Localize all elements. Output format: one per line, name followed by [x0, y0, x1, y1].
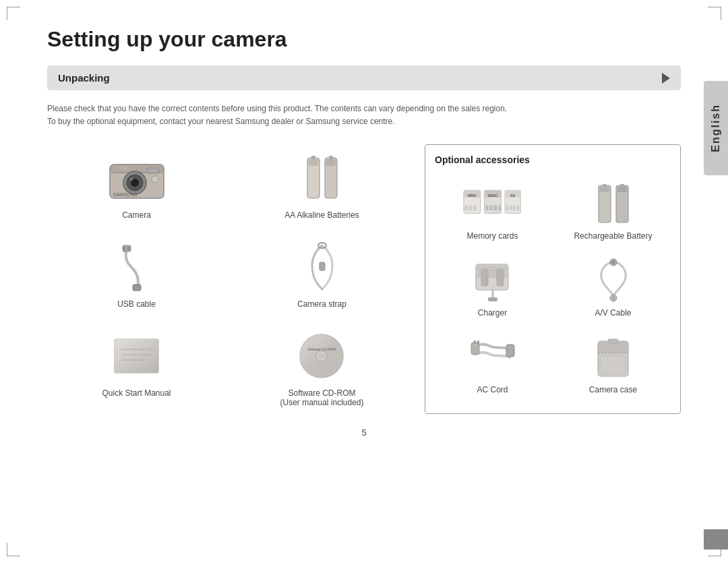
- item-usb-cable: USB cable: [47, 233, 226, 316]
- items-grid: SAMSUNG Camera: [47, 144, 411, 414]
- corner-mark-bl: [7, 543, 20, 556]
- opt-rechargeable-battery: Rechargeable Battery: [555, 175, 671, 246]
- opt-charger-label: Charger: [478, 308, 507, 318]
- svg-rect-71: [477, 340, 479, 344]
- svg-rect-7: [120, 166, 129, 170]
- camera-strap-image: [292, 240, 353, 294]
- ac-cord-image: [466, 334, 520, 381]
- opt-memory-cards: MMC SDHC: [435, 175, 550, 246]
- opt-ac-cord-label: AC Cord: [477, 385, 508, 394]
- software-cd-image: Software CD-ROM: [292, 329, 353, 383]
- opt-av-cable: A/V Cable: [555, 251, 671, 323]
- rechargeable-battery-image: [586, 180, 640, 227]
- quick-start-image: [107, 329, 167, 383]
- svg-text:SD: SD: [510, 194, 515, 198]
- opt-av-cable-label: A/V Cable: [595, 308, 631, 318]
- svg-rect-11: [311, 156, 315, 159]
- unpacking-label: Unpacking: [58, 72, 110, 84]
- svg-rect-42: [489, 206, 493, 210]
- opt-memory-cards-label: Memory cards: [466, 231, 518, 241]
- svg-rect-50: [513, 206, 516, 210]
- item-camera-strap: Camera strap: [233, 233, 411, 316]
- svg-rect-37: [473, 206, 477, 210]
- svg-point-8: [152, 176, 158, 183]
- svg-text:Software CD-ROM: Software CD-ROM: [307, 347, 336, 351]
- svg-rect-60: [481, 269, 488, 286]
- item-software-cd: Software CD-ROM Software CD-ROM(User man…: [233, 322, 411, 414]
- svg-rect-17: [123, 247, 125, 250]
- language-label: English: [710, 104, 722, 152]
- camera-case-image: [586, 334, 640, 381]
- svg-rect-14: [329, 156, 333, 159]
- svg-rect-12: [309, 159, 318, 166]
- av-cable-image: [586, 257, 640, 304]
- camera-image: SAMSUNG: [107, 151, 167, 205]
- svg-rect-49: [510, 206, 512, 210]
- svg-rect-15: [326, 159, 336, 166]
- page-number: 5: [47, 427, 681, 438]
- svg-rect-23: [115, 339, 158, 373]
- svg-text:SDHC: SDHC: [487, 194, 497, 198]
- page-title: Setting up your camera: [47, 27, 681, 52]
- svg-text:SAMSUNG: SAMSUNG: [113, 192, 137, 197]
- item-aa-batteries-label: AA Alkaline Batteries: [284, 210, 359, 220]
- svg-rect-69: [471, 343, 479, 355]
- corner-mark-tl: [7, 7, 20, 20]
- svg-rect-19: [133, 285, 141, 291]
- svg-rect-61: [497, 269, 504, 286]
- svg-text:MMC: MMC: [467, 194, 476, 198]
- arrow-right-icon: [662, 73, 670, 84]
- aa-batteries-image: [292, 151, 353, 205]
- item-software-cd-label: Software CD-ROM(User manual included): [280, 388, 363, 407]
- item-aa-batteries: AA Alkaline Batteries: [233, 144, 411, 227]
- svg-rect-75: [608, 339, 618, 343]
- svg-rect-70: [474, 340, 476, 344]
- optional-grid: MMC SDHC: [435, 175, 671, 400]
- memory-cards-image: MMC SDHC: [466, 180, 520, 227]
- svg-rect-35: [464, 206, 468, 210]
- opt-ac-cord: AC Cord: [435, 328, 550, 400]
- svg-rect-57: [620, 184, 624, 187]
- svg-rect-41: [485, 206, 489, 210]
- svg-rect-48: [506, 206, 508, 210]
- svg-rect-36: [468, 206, 472, 210]
- corner-mark-tr: [708, 7, 721, 20]
- item-camera-strap-label: Camera strap: [297, 299, 346, 309]
- item-camera-label: Camera: [122, 210, 151, 220]
- charger-image: [466, 257, 520, 304]
- svg-rect-72: [506, 345, 514, 357]
- svg-point-5: [130, 178, 133, 181]
- unpacking-header: Unpacking: [47, 65, 681, 90]
- svg-point-65: [612, 261, 615, 264]
- opt-camera-case-label: Camera case: [589, 385, 637, 394]
- opt-camera-case: Camera case: [555, 328, 671, 400]
- content-area: SAMSUNG Camera: [47, 144, 681, 414]
- svg-rect-53: [600, 187, 609, 192]
- description-text: Please check that you have the correct c…: [47, 102, 681, 128]
- svg-rect-21: [320, 262, 325, 270]
- svg-rect-6: [147, 168, 159, 173]
- usb-cable-image: [107, 240, 167, 294]
- optional-title: Optional accessories: [435, 154, 671, 165]
- svg-rect-43: [493, 206, 497, 210]
- opt-rechargeable-battery-label: Rechargeable Battery: [574, 231, 652, 241]
- item-camera: SAMSUNG Camera: [47, 144, 226, 227]
- page-indicator-bar: [704, 529, 728, 550]
- item-usb-cable-label: USB cable: [117, 299, 156, 309]
- opt-charger: Charger: [435, 251, 550, 323]
- svg-rect-56: [603, 184, 607, 187]
- svg-rect-63: [488, 297, 497, 301]
- svg-rect-55: [617, 187, 627, 192]
- optional-accessories-box: Optional accessories MMC: [425, 144, 681, 414]
- svg-rect-18: [127, 247, 129, 250]
- item-quick-start: Quick Start Manual: [47, 322, 226, 414]
- language-tab: English: [704, 81, 728, 175]
- svg-rect-44: [498, 206, 501, 210]
- svg-point-30: [319, 353, 324, 359]
- item-quick-start-label: Quick Start Manual: [102, 388, 171, 398]
- svg-rect-51: [517, 206, 520, 210]
